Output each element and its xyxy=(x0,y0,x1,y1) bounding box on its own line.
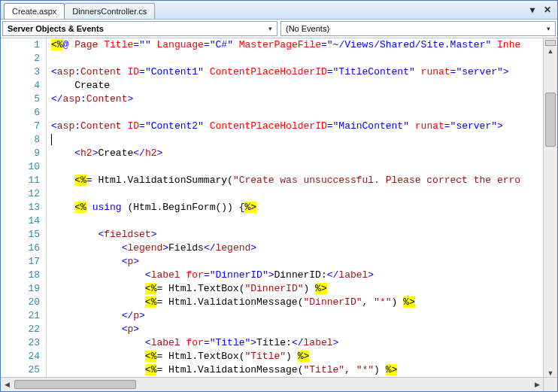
line-number: 10 xyxy=(1,160,47,174)
scroll-right-icon[interactable]: ▶ xyxy=(531,381,543,388)
code-content[interactable]: <legend>Fields</legend> xyxy=(47,242,521,255)
scroll-down-icon[interactable]: ▼ xyxy=(547,369,554,377)
code-line[interactable]: 5</asp:Content> xyxy=(1,93,520,106)
code-line[interactable]: 13 <% using (Html.BeginForm()) {%> xyxy=(1,201,520,214)
code-line[interactable]: 11 <%= Html.ValidationSummary("Create wa… xyxy=(1,174,520,187)
line-number: 23 xyxy=(1,336,47,350)
code-content[interactable]: <p> xyxy=(47,323,521,336)
horizontal-scrollbar[interactable]: ◀ ▶ xyxy=(1,377,557,391)
scroll-up-icon[interactable]: ▲ xyxy=(547,47,554,55)
code-editor[interactable]: 1<%@ Page Title="" Language="C#" MasterP… xyxy=(1,38,543,377)
code-content[interactable]: <asp:Content ID="Content2" ContentPlaceH… xyxy=(47,120,521,133)
code-content[interactable]: <%= Html.ValidationMessage("Title", "*")… xyxy=(47,363,521,377)
line-number: 24 xyxy=(1,350,47,363)
line-number: 14 xyxy=(1,214,47,228)
code-line[interactable]: 9 <h2>Create</h2> xyxy=(1,147,520,160)
code-line[interactable]: 14 xyxy=(1,214,520,228)
vscroll-track[interactable] xyxy=(544,55,557,369)
code-line[interactable]: 8 xyxy=(1,133,520,147)
code-line[interactable]: 15 <fieldset> xyxy=(1,228,520,242)
close-icon[interactable]: ✕ xyxy=(542,5,553,15)
line-number: 5 xyxy=(1,93,47,106)
code-line[interactable]: 4 Create xyxy=(1,79,520,93)
line-number: 3 xyxy=(1,65,47,79)
line-number: 11 xyxy=(1,174,47,187)
tab-dinnerscontroller[interactable]: DinnersController.cs xyxy=(64,3,155,19)
code-content[interactable]: <%= Html.TextBox("Title") %> xyxy=(47,350,521,363)
line-number: 22 xyxy=(1,323,47,336)
code-line[interactable]: 18 <label for="DinnerID">DinnerID:</labe… xyxy=(1,269,520,282)
window-dropdown-icon[interactable]: ▾ xyxy=(527,5,538,15)
code-content[interactable]: <fieldset> xyxy=(47,228,521,242)
code-content[interactable]: <%= Html.ValidationSummary("Create was u… xyxy=(47,174,521,187)
line-number: 9 xyxy=(1,147,47,160)
line-number: 7 xyxy=(1,120,47,133)
code-content[interactable]: <h2>Create</h2> xyxy=(47,147,521,160)
hscroll-track[interactable] xyxy=(13,379,531,390)
code-content[interactable]: <asp:Content ID="Content1" ContentPlaceH… xyxy=(47,65,521,79)
code-content[interactable]: <label for="Title">Title:</label> xyxy=(47,336,521,350)
code-line[interactable]: 19 <%= Html.TextBox("DinnerID") %> xyxy=(1,282,520,296)
events-dropdown[interactable]: (No Events) ▾ xyxy=(281,21,556,36)
code-line[interactable]: 20 <%= Html.ValidationMessage("DinnerID"… xyxy=(1,296,520,309)
code-line[interactable]: 1<%@ Page Title="" Language="C#" MasterP… xyxy=(1,38,520,52)
code-content[interactable]: <%= Html.TextBox("DinnerID") %> xyxy=(47,282,521,296)
hscroll-thumb[interactable] xyxy=(14,380,136,389)
code-content[interactable]: <p> xyxy=(47,255,521,269)
code-line[interactable]: 17 <p> xyxy=(1,255,520,269)
chevron-down-icon: ▾ xyxy=(268,25,272,32)
code-line[interactable]: 2 xyxy=(1,52,520,65)
code-line[interactable]: 12 xyxy=(1,187,520,201)
code-content[interactable]: <%@ Page Title="" Language="C#" MasterPa… xyxy=(47,38,521,52)
line-number: 18 xyxy=(1,269,47,282)
vertical-scrollbar[interactable]: ▲ ▼ xyxy=(543,38,557,377)
code-content[interactable]: <% using (Html.BeginForm()) {%> xyxy=(47,201,521,214)
code-line[interactable]: 21 </p> xyxy=(1,309,520,323)
code-line[interactable]: 10 xyxy=(1,160,520,174)
line-number: 25 xyxy=(1,363,47,377)
tab-create-aspx[interactable]: Create.aspx xyxy=(4,3,65,19)
code-table: 1<%@ Page Title="" Language="C#" MasterP… xyxy=(1,38,520,377)
code-line[interactable]: 24 <%= Html.TextBox("Title") %> xyxy=(1,350,520,363)
line-number: 15 xyxy=(1,228,47,242)
code-line[interactable]: 22 <p> xyxy=(1,323,520,336)
code-content[interactable] xyxy=(47,160,521,174)
tab-strip: Create.aspx DinnersController.cs xyxy=(1,1,154,19)
code-content[interactable] xyxy=(47,187,521,201)
events-dropdown-label: (No Events) xyxy=(286,24,329,33)
code-content[interactable] xyxy=(47,214,521,228)
line-number: 13 xyxy=(1,201,47,214)
code-line[interactable]: 25 <%= Html.ValidationMessage("Title", "… xyxy=(1,363,520,377)
code-content[interactable]: Create xyxy=(47,79,521,93)
code-content[interactable]: <%= Html.ValidationMessage("DinnerID", "… xyxy=(47,296,521,309)
objects-dropdown[interactable]: Server Objects & Events ▾ xyxy=(2,21,277,36)
navigation-bar: Server Objects & Events ▾ (No Events) ▾ xyxy=(1,20,557,38)
code-content[interactable] xyxy=(47,133,521,147)
code-content[interactable] xyxy=(47,106,521,120)
code-line[interactable]: 7<asp:Content ID="Content2" ContentPlace… xyxy=(1,120,520,133)
window-controls: ▾ ✕ xyxy=(527,1,557,19)
line-number: 20 xyxy=(1,296,47,309)
code-content[interactable] xyxy=(47,52,521,65)
chevron-down-icon: ▾ xyxy=(547,25,550,32)
line-number: 6 xyxy=(1,106,47,120)
split-handle[interactable] xyxy=(545,40,556,46)
line-number: 16 xyxy=(1,242,47,255)
code-content[interactable]: </p> xyxy=(47,309,521,323)
line-number: 21 xyxy=(1,309,47,323)
line-number: 19 xyxy=(1,282,47,296)
code-line[interactable]: 3<asp:Content ID="Content1" ContentPlace… xyxy=(1,65,520,79)
code-content[interactable]: <label for="DinnerID">DinnerID:</label> xyxy=(47,269,521,282)
code-line[interactable]: 16 <legend>Fields</legend> xyxy=(1,242,520,255)
objects-dropdown-label: Server Objects & Events xyxy=(8,24,104,33)
scroll-left-icon[interactable]: ◀ xyxy=(1,381,13,388)
line-number: 8 xyxy=(1,133,47,147)
code-line[interactable]: 23 <label for="Title">Title:</label> xyxy=(1,336,520,350)
titlebar: Create.aspx DinnersController.cs ▾ ✕ xyxy=(1,1,557,20)
line-number: 17 xyxy=(1,255,47,269)
code-content[interactable]: </asp:Content> xyxy=(47,93,521,106)
code-line[interactable]: 6 xyxy=(1,106,520,120)
line-number: 12 xyxy=(1,187,47,201)
vscroll-thumb[interactable] xyxy=(545,93,556,147)
line-number: 2 xyxy=(1,52,47,65)
